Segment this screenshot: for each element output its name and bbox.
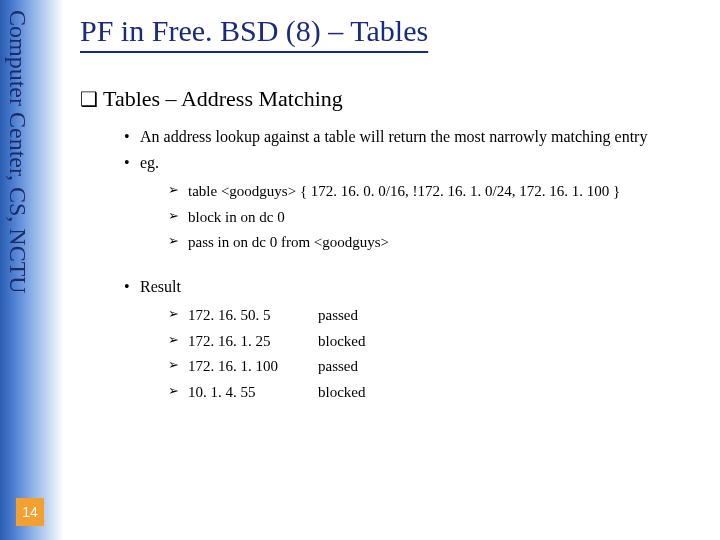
example-line: table <goodguys> { 172. 16. 0. 0/16, !17… bbox=[168, 179, 700, 205]
result-status: blocked bbox=[318, 380, 365, 406]
bullet-list-1: An address lookup against a table will r… bbox=[80, 126, 700, 173]
result-status: blocked bbox=[318, 329, 365, 355]
bullet-item: Result bbox=[124, 276, 700, 298]
results-list: 172. 16. 50. 5 passed 172. 16. 1. 25 blo… bbox=[80, 303, 700, 405]
example-line: block in on dc 0 bbox=[168, 205, 700, 231]
sidebar: Computer Center, CS, NCTU 14 bbox=[0, 0, 64, 540]
bullet-item: eg. bbox=[124, 152, 700, 174]
example-list: table <goodguys> { 172. 16. 0. 0/16, !17… bbox=[80, 179, 700, 256]
result-row: 172. 16. 1. 25 blocked bbox=[168, 329, 700, 355]
slide-content: PF in Free. BSD (8) – Tables Tables – Ad… bbox=[70, 0, 710, 540]
result-ip: 172. 16. 1. 100 bbox=[188, 354, 318, 380]
result-status: passed bbox=[318, 303, 358, 329]
result-row: 10. 1. 4. 55 blocked bbox=[168, 380, 700, 406]
result-ip: 172. 16. 50. 5 bbox=[188, 303, 318, 329]
bullet-list-2: Result bbox=[80, 276, 700, 298]
result-ip: 10. 1. 4. 55 bbox=[188, 380, 318, 406]
result-status: passed bbox=[318, 354, 358, 380]
result-row: 172. 16. 1. 100 passed bbox=[168, 354, 700, 380]
example-line: pass in on dc 0 from <goodguys> bbox=[168, 230, 700, 256]
sidebar-org-text: Computer Center, CS, NCTU bbox=[4, 10, 31, 294]
result-row: 172. 16. 50. 5 passed bbox=[168, 303, 700, 329]
section-heading: Tables – Address Matching bbox=[80, 86, 700, 112]
slide-title: PF in Free. BSD (8) – Tables bbox=[80, 14, 700, 52]
result-ip: 172. 16. 1. 25 bbox=[188, 329, 318, 355]
bullet-item: An address lookup against a table will r… bbox=[124, 126, 700, 148]
page-number-badge: 14 bbox=[16, 498, 44, 526]
